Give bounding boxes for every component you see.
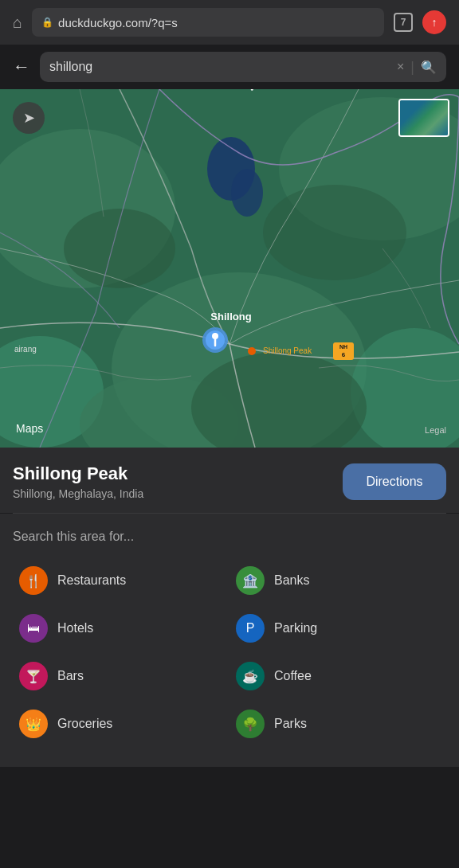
parking-label: Parking <box>274 621 317 635</box>
back-arrow[interactable]: ← <box>13 57 30 77</box>
browser-chrome: ⌂ 🔒 duckduckgo.com/?q=s 7 ↑ <box>0 0 459 45</box>
location-name: Shillong Peak <box>13 463 143 484</box>
home-icon[interactable]: ⌂ <box>13 14 22 32</box>
map-thumb-image <box>400 100 448 135</box>
search-query: shillong <box>49 60 390 74</box>
restaurants-icon: 🍴 <box>19 566 48 595</box>
parks-label: Parks <box>274 717 307 731</box>
hotels-label: Hotels <box>57 621 93 635</box>
search-input-wrapper[interactable]: shillong × | 🔍 <box>40 52 446 82</box>
search-area-title: Search this area for... <box>13 530 446 544</box>
svg-point-17 <box>248 347 256 355</box>
groceries-label: Groceries <box>57 717 112 731</box>
bars-icon: 🍸 <box>19 662 48 690</box>
parks-icon: 🌳 <box>236 710 265 738</box>
category-item-bars[interactable]: 🍸Bars <box>13 652 230 700</box>
svg-text:airang: airang <box>14 345 37 354</box>
maps-label: Maps <box>16 422 43 435</box>
url-text: duckduckgo.com/?q=s <box>58 16 375 29</box>
bars-label: Bars <box>57 669 84 683</box>
category-grid: 🍴Restaurants🏦Banks🛏HotelsPParking🍸Bars☕C… <box>13 557 446 748</box>
groceries-icon: 👑 <box>19 710 48 738</box>
lock-icon: 🔒 <box>41 17 53 28</box>
coffee-label: Coffee <box>274 669 312 683</box>
category-item-parking[interactable]: PParking <box>230 604 446 652</box>
search-area: Search this area for... 🍴Restaurants🏦Ban… <box>0 514 459 767</box>
category-item-parks[interactable]: 🌳Parks <box>230 700 446 748</box>
category-item-restaurants[interactable]: 🍴Restaurants <box>13 557 230 604</box>
search-icon[interactable]: 🔍 <box>421 60 437 75</box>
svg-text:Shillong Peak: Shillong Peak <box>263 346 312 355</box>
divider: | <box>410 59 414 76</box>
svg-point-11 <box>231 169 263 217</box>
svg-text:Shillong: Shillong <box>210 311 251 323</box>
banks-label: Banks <box>274 573 309 588</box>
location-info: Shillong Peak Shillong, Meghalaya, India <box>13 463 143 500</box>
tab-count-badge[interactable]: 7 <box>394 13 413 32</box>
map-container[interactable]: Shillong Shillong Peak ● NH 6 airang ➤ M… <box>0 89 459 448</box>
svg-point-8 <box>263 185 406 280</box>
svg-text:6: 6 <box>342 351 346 358</box>
coffee-icon: ☕ <box>236 662 265 690</box>
clear-icon[interactable]: × <box>397 60 404 74</box>
search-bar: ← shillong × | 🔍 <box>0 45 459 89</box>
category-item-coffee[interactable]: ☕Coffee <box>230 652 446 700</box>
legal-text[interactable]: Legal <box>425 425 446 435</box>
map-thumbnail[interactable] <box>398 99 449 137</box>
parking-icon: P <box>236 614 265 643</box>
svg-text:NH: NH <box>339 344 347 350</box>
hotels-icon: 🛏 <box>19 614 48 643</box>
info-panel: Shillong Peak Shillong, Meghalaya, India… <box>0 448 459 513</box>
location-address: Shillong, Meghalaya, India <box>13 487 143 500</box>
svg-text:●: ● <box>250 89 253 92</box>
restaurants-label: Restaurants <box>57 573 126 588</box>
category-item-hotels[interactable]: 🛏Hotels <box>13 604 230 652</box>
location-button[interactable]: ➤ <box>13 102 45 134</box>
category-item-banks[interactable]: 🏦Banks <box>230 557 446 604</box>
address-bar[interactable]: 🔒 duckduckgo.com/?q=s <box>32 8 384 37</box>
directions-button[interactable]: Directions <box>343 463 446 500</box>
map-svg: Shillong Shillong Peak ● NH 6 airang <box>0 89 459 448</box>
banks-icon: 🏦 <box>236 566 265 595</box>
upload-icon[interactable]: ↑ <box>422 10 446 34</box>
category-item-groceries[interactable]: 👑Groceries <box>13 700 230 748</box>
maps-brand: Maps <box>13 422 43 435</box>
